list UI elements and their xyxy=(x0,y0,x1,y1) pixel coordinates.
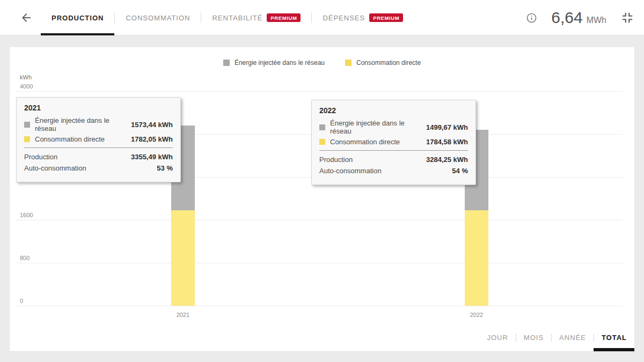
tooltip-row-value: 3284,25 kWh xyxy=(426,156,468,164)
tab-production[interactable]: PRODUCTION xyxy=(41,0,114,35)
tooltip-swatch-gray xyxy=(24,122,30,128)
tooltip-swatch-gray xyxy=(319,124,325,130)
gridline xyxy=(16,91,623,92)
tooltip-divider xyxy=(24,147,173,148)
tooltip-summary-row: Auto-consommation 54 % xyxy=(319,167,468,175)
tooltip-row-value: 3355,49 kWh xyxy=(131,153,173,161)
total-energy-unit: MWh xyxy=(587,16,606,25)
y-tick-label: 4000 xyxy=(20,83,33,90)
range-separator xyxy=(516,334,516,342)
premium-badge: PREMIUM xyxy=(369,13,403,22)
time-range-controls: JOUR MOIS ANNÉE TOTAL xyxy=(487,334,627,342)
total-energy-reading: 6,64 MWh xyxy=(551,9,606,27)
tooltip-row: Énergie injectée dans le réseau 1573,44 … xyxy=(24,116,173,132)
y-tick-label: 1600 xyxy=(20,212,33,218)
tab-rentabilite[interactable]: RENTABILITÉ PREMIUM xyxy=(201,0,311,35)
tooltip-row-label: Production xyxy=(24,153,126,161)
header-right: 6,64 MWh xyxy=(526,0,634,35)
range-total-active-underline xyxy=(594,348,634,351)
tab-bar: PRODUCTION CONSOMMATION RENTABILITÉ PREM… xyxy=(41,0,414,35)
tooltip-row-value: 1784,58 kWh xyxy=(426,138,468,146)
premium-badge: PREMIUM xyxy=(267,13,301,22)
tooltip-row-value: 54 % xyxy=(452,167,468,175)
legend-label: Consommation directe xyxy=(356,59,421,67)
y-axis-unit-label: kWh xyxy=(20,74,32,80)
tooltip-summary-row: Auto-consommation 53 % xyxy=(24,164,173,172)
total-energy-value: 6,64 xyxy=(551,9,582,27)
chart-card: Énergie injectée dans le réseau Consomma… xyxy=(10,47,634,351)
legend-item-direct-consumption[interactable]: Consommation directe xyxy=(345,59,421,67)
tab-label: CONSOMMATION xyxy=(126,14,190,22)
tooltip-row: Consommation directe 1784,58 kWh xyxy=(319,138,468,146)
tooltip-row-label: Consommation directe xyxy=(35,135,126,143)
tab-label: PRODUCTION xyxy=(52,14,104,22)
tab-label: DÉPENSES xyxy=(323,14,365,22)
tooltip-swatch-yellow xyxy=(24,136,30,142)
bar-segment-direct-consumption[interactable] xyxy=(465,210,488,306)
tooltip-title: 2021 xyxy=(24,104,173,112)
tooltip-row-label: Auto-consommation xyxy=(319,167,447,175)
tooltip-swatch-yellow xyxy=(319,139,325,145)
back-button[interactable] xyxy=(19,11,33,25)
collapse-button[interactable] xyxy=(620,11,634,25)
gridline xyxy=(16,263,623,263)
tooltip-row-label: Énergie injectée dans le réseau xyxy=(35,116,126,132)
tooltip-row-value: 53 % xyxy=(157,164,173,172)
tooltip-row-label: Consommation directe xyxy=(330,138,421,146)
range-separator xyxy=(594,334,594,342)
info-button[interactable] xyxy=(526,12,537,24)
legend-label: Énergie injectée dans le réseau xyxy=(235,59,325,67)
y-tick-label: 800 xyxy=(20,255,30,261)
arrow-left-icon xyxy=(20,11,33,24)
collapse-corners-icon xyxy=(620,11,634,25)
tooltip-row-label: Auto-consommation xyxy=(24,164,152,172)
info-icon xyxy=(526,12,537,24)
tooltip-2021: 2021 Énergie injectée dans le réseau 157… xyxy=(16,97,181,182)
range-separator xyxy=(551,334,552,342)
tab-consommation[interactable]: CONSOMMATION xyxy=(115,0,201,35)
tooltip-row-value: 1573,44 kWh xyxy=(131,121,173,129)
tooltip-row: Énergie injectée dans le réseau 1499,67 … xyxy=(319,119,468,135)
tab-label: RENTABILITÉ xyxy=(212,14,262,22)
chart-legend: Énergie injectée dans le réseau Consomma… xyxy=(10,59,634,67)
range-jour[interactable]: JOUR xyxy=(487,334,508,342)
gridline xyxy=(16,306,623,306)
tooltip-row-value: 1499,67 kWh xyxy=(426,123,468,131)
tooltip-row-label: Énergie injectée dans le réseau xyxy=(330,119,421,135)
range-total[interactable]: TOTAL xyxy=(602,334,627,342)
tooltip-summary-row: Production 3284,25 kWh xyxy=(319,156,468,164)
legend-swatch-yellow xyxy=(345,60,352,66)
tooltip-divider xyxy=(319,150,468,151)
range-annee[interactable]: ANNÉE xyxy=(559,334,586,342)
legend-item-grid-feed[interactable]: Énergie injectée dans le réseau xyxy=(223,59,325,67)
tooltip-title: 2022 xyxy=(319,106,468,115)
tooltip-row-value: 1782,05 kWh xyxy=(131,135,173,143)
gridline xyxy=(16,220,623,220)
tab-depenses[interactable]: DÉPENSES PREMIUM xyxy=(312,0,414,35)
tooltip-2022: 2022 Énergie injectée dans le réseau 149… xyxy=(311,100,476,185)
top-nav-bar: PRODUCTION CONSOMMATION RENTABILITÉ PREM… xyxy=(0,0,644,35)
tooltip-row: Consommation directe 1782,05 kWh xyxy=(24,135,173,143)
tooltip-summary-row: Production 3355,49 kWh xyxy=(24,153,173,161)
x-category-label: 2022 xyxy=(460,312,493,318)
legend-swatch-gray xyxy=(223,60,230,66)
y-tick-label: 0 xyxy=(20,298,23,304)
range-mois[interactable]: MOIS xyxy=(524,334,544,342)
bar-segment-direct-consumption[interactable] xyxy=(171,210,195,306)
tooltip-row-label: Production xyxy=(319,156,421,164)
x-category-label: 2021 xyxy=(167,312,199,318)
